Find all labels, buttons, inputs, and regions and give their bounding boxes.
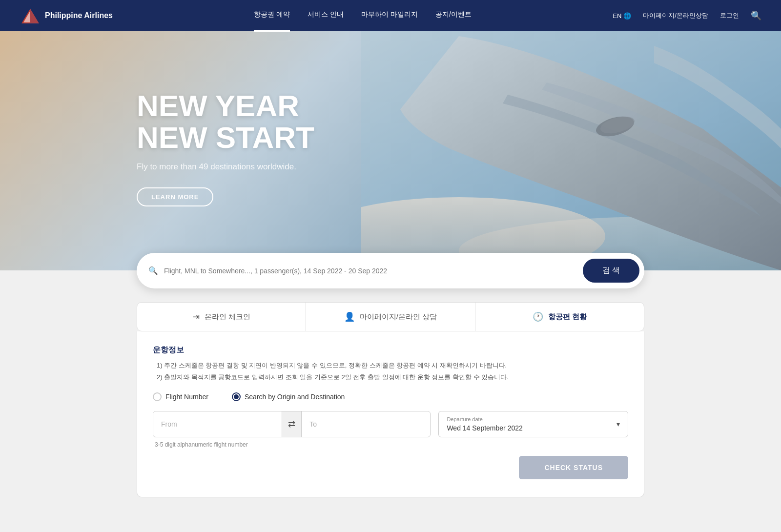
- from-input[interactable]: [153, 412, 282, 436]
- svg-marker-2: [30, 9, 39, 23]
- to-input[interactable]: [302, 412, 430, 436]
- flight-status-panel: 운항정보 1) 주간 스케줄은 항공편 결항 및 지연이 반영되지 않을 수 있…: [137, 331, 644, 497]
- panel-wrapper: 운항정보 1) 주간 스케줄은 항공편 결항 및 지연이 반영되지 않을 수 있…: [0, 331, 781, 497]
- navbar: Philippine Airlines 항공권 예약 서비스 안내 마부하이 마…: [0, 0, 781, 31]
- radio-flight-number[interactable]: Flight Number: [153, 392, 208, 401]
- my-page-link[interactable]: 마이페이지/온라인상담: [643, 11, 708, 20]
- search-button[interactable]: 검 색: [583, 259, 639, 283]
- radio-flight-number-label: Flight Number: [165, 393, 208, 401]
- search-icon[interactable]: 🔍: [751, 10, 761, 21]
- logo[interactable]: Philippine Airlines: [20, 5, 113, 26]
- nav-service[interactable]: 서비스 안내: [308, 10, 344, 21]
- navbar-right: EN 🌐 마이페이지/온라인상담 로그인 🔍: [613, 10, 761, 21]
- panel-info-2: 2) 출발지와 목적지를 공항코드로 입력하시면 조회 일을 기준으로 2일 전…: [153, 373, 628, 382]
- learn-more-button[interactable]: LEARN MORE: [137, 187, 213, 206]
- check-status-button[interactable]: CHECK STATUS: [519, 456, 628, 479]
- person-icon: 👤: [344, 311, 355, 322]
- from-to-input-group: ⇄: [153, 411, 431, 437]
- service-tabs: ⇥ 온라인 체크인 👤 마이페이지/온라인 상담 🕐 항공편 현황: [137, 302, 644, 331]
- language-button[interactable]: EN 🌐: [613, 12, 631, 20]
- departure-label: Departure date: [447, 416, 522, 422]
- departure-date-picker[interactable]: Departure date Wed 14 September 2022 ▾: [438, 411, 628, 437]
- panel-info-1: 1) 주간 스케줄은 항공편 결항 및 지연이 반영되지 않을 수 있으므로, …: [153, 361, 628, 370]
- tab-mypage-label: 마이페이지/온라인 상담: [360, 312, 437, 322]
- login-link[interactable]: 로그인: [720, 11, 739, 20]
- lang-label: EN: [613, 12, 621, 20]
- globe-icon: 🌐: [623, 12, 631, 20]
- search-bar-wrapper: 🔍 검 색: [0, 253, 781, 288]
- radio-circle-flight-number: [153, 392, 162, 401]
- tab-checkin[interactable]: ⇥ 온라인 체크인: [137, 303, 306, 331]
- search-form-row: ⇄ Departure date Wed 14 September 2022 ▾: [153, 411, 628, 437]
- nav-notice[interactable]: 공지/이벤트: [435, 10, 472, 21]
- hero-title-line1: NEW YEAR: [137, 89, 299, 123]
- tab-checkin-label: 온라인 체크인: [205, 312, 250, 322]
- search-bar-icon: 🔍: [148, 266, 158, 275]
- radio-inner-dot: [234, 394, 239, 399]
- tab-flight-status-label: 항공편 현황: [548, 312, 587, 322]
- tab-mypage[interactable]: 👤 마이페이지/온라인 상담: [306, 303, 475, 331]
- hero-title: NEW YEAR NEW START: [137, 90, 781, 153]
- hero-subtitle: Fly to more than 49 destinations worldwi…: [137, 162, 781, 172]
- clock-icon: 🕐: [533, 311, 543, 322]
- main-nav: 항공권 예약 서비스 안내 마부하이 마일리지 공지/이벤트: [254, 10, 472, 21]
- nav-mileage[interactable]: 마부하이 마일리지: [361, 10, 418, 21]
- flight-search-input[interactable]: [164, 267, 577, 275]
- nav-booking[interactable]: 항공권 예약: [254, 10, 290, 21]
- hero-section: NEW YEAR NEW START Fly to more than 49 d…: [0, 31, 781, 270]
- radio-origin-dest[interactable]: Search by Origin and Destination: [232, 392, 345, 401]
- panel-title: 운항정보: [153, 345, 628, 355]
- pal-logo-icon: [20, 5, 41, 26]
- hint-text: 3-5 digit alphanumeric flight number: [153, 441, 628, 448]
- tabs-wrapper: ⇥ 온라인 체크인 👤 마이페이지/온라인 상담 🕐 항공편 현황: [0, 302, 781, 331]
- chevron-down-icon: ▾: [617, 420, 620, 428]
- search-bar: 🔍 검 색: [137, 253, 644, 288]
- logo-text: Philippine Airlines: [45, 11, 113, 20]
- tab-flight-status[interactable]: 🕐 항공편 현황: [475, 303, 644, 331]
- checkin-icon: ⇥: [192, 311, 200, 322]
- radio-origin-dest-label: Search by Origin and Destination: [245, 393, 345, 401]
- search-type-radio-group: Flight Number Search by Origin and Desti…: [153, 392, 628, 401]
- hero-content: NEW YEAR NEW START Fly to more than 49 d…: [0, 31, 781, 206]
- departure-date-value: Wed 14 September 2022: [447, 424, 522, 432]
- departure-date-col: Departure date Wed 14 September 2022: [447, 416, 522, 432]
- hero-title-line2: NEW START: [137, 121, 314, 154]
- radio-circle-origin-dest: [232, 392, 241, 401]
- check-status-wrapper: CHECK STATUS: [153, 456, 628, 479]
- swap-button[interactable]: ⇄: [282, 411, 302, 437]
